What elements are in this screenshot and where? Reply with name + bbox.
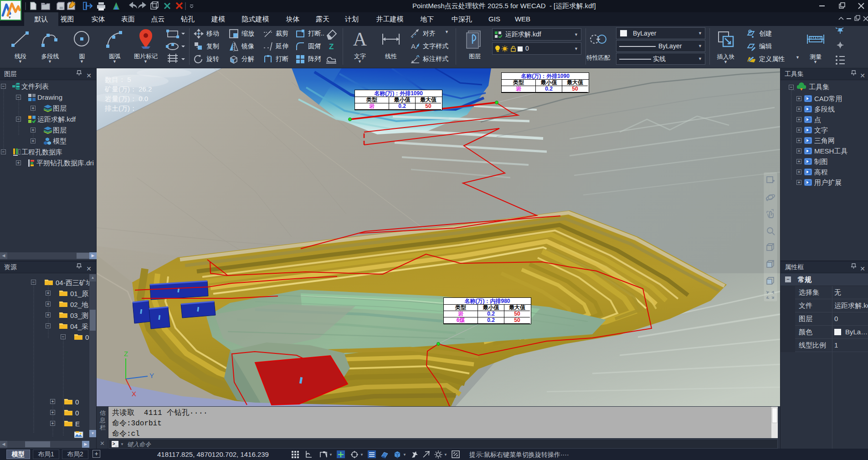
svg-text:X: X (132, 390, 136, 398)
svg-text:矿量(万)： 26.2: 矿量(万)： 26.2 (104, 85, 152, 93)
svg-text:A: A (411, 42, 416, 50)
svg-text:A: A (353, 29, 367, 50)
svg-text:Z: Z (124, 350, 128, 358)
svg-text:排土(万)：: 排土(万)： (104, 104, 137, 112)
svg-text:数目： 5: 数目： 5 (105, 76, 131, 83)
svg-text:岩量(万)： 0.0: 岩量(万)： 0.0 (105, 95, 148, 102)
svg-text:Y: Y (149, 372, 154, 379)
svg-text:Z: Z (329, 42, 334, 51)
